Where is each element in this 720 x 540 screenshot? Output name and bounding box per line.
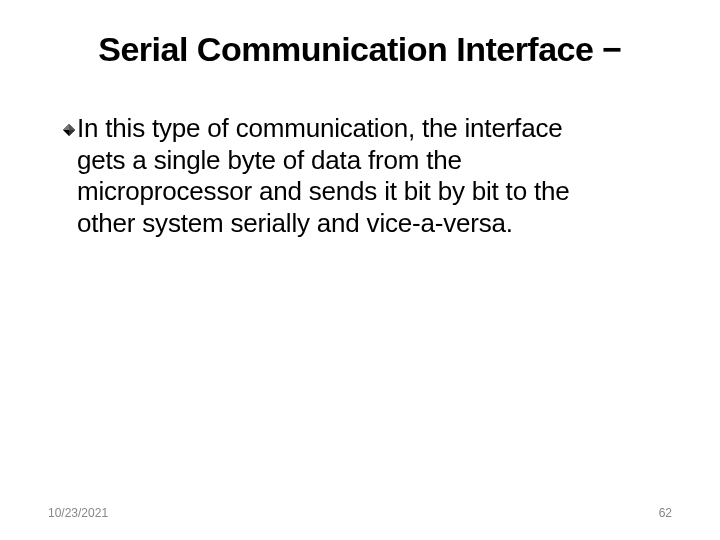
footer-page-number: 62 [659, 506, 672, 520]
slide-footer: 10/23/2021 62 [48, 506, 672, 520]
footer-date: 10/23/2021 [48, 506, 108, 520]
body-block: In this type of communication, the inter… [48, 113, 672, 240]
slide-container: Serial Communication Interface − In this… [0, 0, 720, 540]
slide-title: Serial Communication Interface − [48, 30, 672, 69]
body-paragraph: In this type of communication, the inter… [77, 113, 612, 240]
diamond-bullet-icon [62, 123, 76, 137]
